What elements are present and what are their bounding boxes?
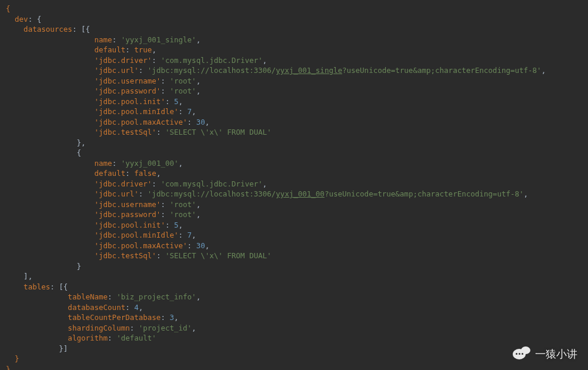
key-tables: tables bbox=[24, 282, 50, 291]
url0-link[interactable]: yyxj_001_single bbox=[276, 66, 342, 75]
key-tablecount: tableCountPerDatabase bbox=[68, 313, 161, 322]
brace-close: } bbox=[6, 365, 11, 371]
val-algorithm: 'default' bbox=[116, 334, 156, 342]
val-url1: 'jdbc:mysql://localhost:3306/yyxj_001_00… bbox=[148, 189, 524, 198]
key-tablename: tableName bbox=[68, 292, 108, 301]
key-testsql: 'jdbc.testSql' bbox=[95, 251, 156, 260]
val-30: 30 bbox=[196, 241, 205, 250]
key-pool-maxactive: 'jdbc.pool.maxActive' bbox=[95, 118, 188, 126]
val-ds0-name: 'yyxj_001_single' bbox=[121, 35, 196, 44]
key-testsql: 'jdbc.testSql' bbox=[95, 128, 156, 136]
brace-open: { bbox=[6, 4, 11, 13]
key-jdbc-username: 'jdbc.username' bbox=[95, 76, 161, 85]
val-driver: 'com.mysql.jdbc.Driver' bbox=[161, 179, 262, 188]
val-tablename: 'biz_project_info' bbox=[116, 292, 196, 301]
val-4: 4 bbox=[134, 303, 139, 312]
val-password: 'root' bbox=[169, 210, 196, 219]
val-shardcol: 'project_id' bbox=[139, 324, 192, 332]
val-3: 3 bbox=[169, 313, 174, 322]
code-editor[interactable]: { dev: { datasources: [{ name: 'yyxj_001… bbox=[0, 0, 588, 370]
key-shardingcolumn: shardingColumn bbox=[68, 324, 129, 332]
key-algorithm: algorithm bbox=[68, 334, 108, 342]
key-jdbc-password: 'jdbc.password' bbox=[95, 210, 161, 219]
key-name: name bbox=[95, 35, 112, 44]
val-driver: 'com.mysql.jdbc.Driver' bbox=[161, 56, 262, 65]
val-testsql: 'SELECT \'x\' FROM DUAL' bbox=[165, 128, 272, 136]
val-url0: 'jdbc:mysql://localhost:3306/yyxj_001_si… bbox=[148, 66, 542, 75]
val-5: 5 bbox=[174, 97, 179, 106]
key-jdbc-url: 'jdbc.url' bbox=[95, 189, 139, 198]
val-true: true bbox=[134, 45, 152, 54]
key-name: name bbox=[95, 159, 112, 168]
key-pool-minidle: 'jdbc.pool.minIdle' bbox=[95, 107, 179, 116]
key-dev: dev bbox=[15, 15, 28, 24]
val-30: 30 bbox=[196, 118, 205, 126]
key-pool-init: 'jdbc.pool.init' bbox=[95, 97, 165, 106]
url1-link[interactable]: yyxj_001_00 bbox=[276, 189, 325, 198]
val-username: 'root' bbox=[169, 200, 196, 209]
val-username: 'root' bbox=[169, 76, 196, 85]
val-ds1-name: 'yyxj_001_00' bbox=[121, 159, 179, 168]
key-jdbc-driver: 'jdbc.driver' bbox=[95, 56, 152, 65]
val-5: 5 bbox=[174, 221, 179, 229]
key-pool-minidle: 'jdbc.pool.minIdle' bbox=[95, 231, 179, 239]
val-password: 'root' bbox=[169, 86, 196, 95]
key-datasources: datasources bbox=[24, 25, 72, 34]
key-pool-init: 'jdbc.pool.init' bbox=[95, 221, 165, 229]
key-pool-maxactive: 'jdbc.pool.maxActive' bbox=[95, 241, 188, 250]
key-jdbc-password: 'jdbc.password' bbox=[95, 86, 161, 95]
key-jdbc-url: 'jdbc.url' bbox=[95, 66, 139, 75]
val-false: false bbox=[134, 169, 156, 178]
key-default: default bbox=[95, 169, 126, 178]
key-jdbc-username: 'jdbc.username' bbox=[95, 200, 161, 209]
key-jdbc-driver: 'jdbc.driver' bbox=[95, 179, 152, 188]
key-default: default bbox=[95, 45, 126, 54]
val-7: 7 bbox=[188, 231, 192, 239]
val-7: 7 bbox=[188, 107, 192, 116]
val-testsql: 'SELECT \'x\' FROM DUAL' bbox=[165, 251, 272, 260]
key-databasecount: databaseCount bbox=[68, 303, 125, 312]
